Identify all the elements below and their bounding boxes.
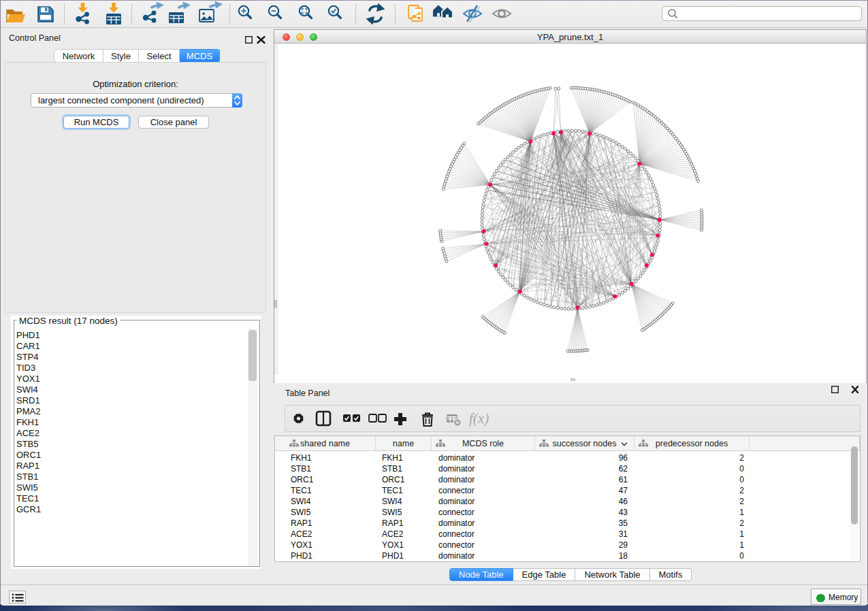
svg-text:f(x): f(x)	[469, 410, 489, 427]
